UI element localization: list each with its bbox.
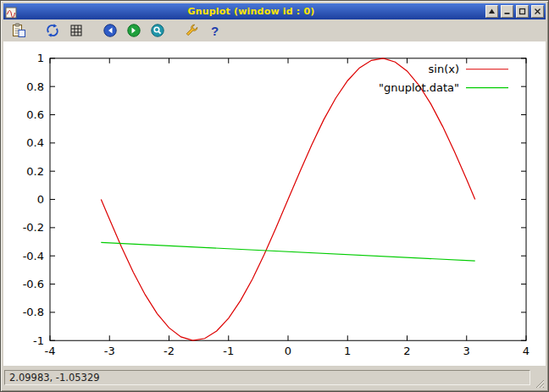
series-line-1 — [101, 242, 474, 261]
y-tick-label: 0.4 — [26, 136, 44, 149]
resize-grip-icon[interactable] — [533, 376, 545, 388]
gnuplot-window: Gnuplot (window id : 0) — [0, 0, 549, 392]
copy-to-clipboard-button[interactable] — [8, 21, 29, 41]
grid-icon — [69, 23, 84, 38]
y-tick-label: -1 — [33, 334, 44, 347]
y-tick-label: -0.6 — [23, 278, 44, 290]
plot-svg[interactable]: -4-3-2-101234-1-0.8-0.6-0.4-0.200.20.40.… — [3, 41, 546, 366]
replot-button[interactable] — [42, 21, 63, 41]
window-icon — [5, 6, 17, 18]
shade-button[interactable] — [485, 5, 498, 18]
toolbar-separator — [31, 30, 39, 31]
blue-circle-arrow-left-icon — [103, 23, 118, 38]
x-tick-label: -3 — [104, 345, 115, 357]
minimize-icon — [503, 8, 511, 15]
zoom-next-button[interactable] — [123, 21, 144, 41]
x-tick-label: -4 — [45, 345, 56, 357]
refresh-icon — [45, 23, 60, 38]
maximize-button[interactable] — [516, 5, 529, 18]
legend-label-0: sin(x) — [429, 63, 459, 75]
legend-label-1: "gnuplot.data" — [379, 81, 459, 94]
y-tick-label: 1 — [37, 52, 44, 64]
y-tick-label: -0.2 — [23, 221, 44, 234]
minimize-button[interactable] — [501, 5, 513, 18]
y-tick-label: -0.8 — [23, 306, 44, 318]
toolbar: ? — [3, 19, 546, 41]
unzoom-button[interactable] — [147, 21, 168, 41]
titlebar[interactable]: Gnuplot (window id : 0) — [3, 3, 546, 19]
question-mark-icon: ? — [211, 25, 219, 37]
toolbar-separator — [89, 30, 97, 31]
wrench-icon — [184, 23, 199, 38]
green-circle-arrow-right-icon — [126, 23, 141, 38]
zoom-previous-button[interactable] — [99, 21, 120, 41]
toolbar-separator — [170, 30, 178, 31]
window-title: Gnuplot (window id : 0) — [19, 6, 483, 17]
y-tick-label: 0.8 — [26, 80, 44, 93]
y-tick-label: -0.4 — [23, 250, 44, 262]
close-icon — [534, 8, 541, 15]
x-tick-label: 3 — [463, 345, 470, 357]
x-tick-label: 2 — [403, 345, 410, 357]
x-tick-label: 1 — [344, 345, 351, 357]
maximize-icon — [518, 8, 526, 15]
x-tick-label: 0 — [285, 345, 291, 357]
x-tick-label: -2 — [164, 345, 175, 357]
y-tick-label: 0 — [37, 193, 44, 206]
series-line-0 — [101, 58, 474, 340]
y-tick-label: 0.6 — [26, 108, 44, 121]
help-button[interactable]: ? — [204, 21, 225, 41]
close-button[interactable] — [531, 5, 544, 18]
x-tick-label: -1 — [223, 345, 234, 357]
teal-circle-magnifier-icon — [150, 23, 165, 38]
coordinates-readout: 2.09983, -1.05329 — [4, 370, 530, 385]
y-tick-label: 0.2 — [26, 165, 44, 178]
statusbar: 2.09983, -1.05329 — [3, 366, 546, 389]
clipboard-icon — [11, 23, 26, 38]
toggle-grid-button[interactable] — [65, 21, 86, 41]
options-button[interactable] — [180, 21, 202, 41]
plot-canvas[interactable]: -4-3-2-101234-1-0.8-0.6-0.4-0.200.20.40.… — [3, 41, 546, 366]
shade-up-arrow-icon — [488, 8, 496, 15]
x-tick-label: 4 — [523, 345, 530, 357]
